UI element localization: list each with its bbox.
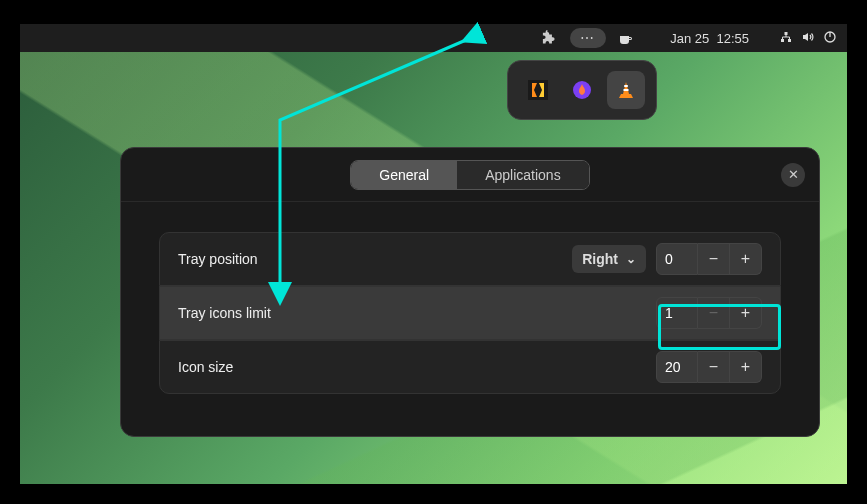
svg-rect-7 <box>624 85 628 87</box>
row-tray-position: Tray position Right ⌄ − + <box>159 232 781 286</box>
icon-size-label: Icon size <box>178 359 656 375</box>
extension-settings-window: General Applications ✕ Tray position Rig… <box>120 147 820 437</box>
volume-icon <box>801 30 815 47</box>
network-icon <box>779 30 793 47</box>
decrement-button[interactable]: − <box>698 297 730 329</box>
tray-overflow-popup <box>507 60 657 120</box>
tray-position-input[interactable] <box>656 243 698 275</box>
tray-icons-limit-label: Tray icons limit <box>178 305 656 321</box>
svg-rect-1 <box>788 39 791 42</box>
svg-rect-5 <box>528 80 548 100</box>
icon-size-input[interactable] <box>656 351 698 383</box>
decrement-button[interactable]: − <box>698 243 730 275</box>
system-status-area[interactable] <box>779 30 837 47</box>
extensions-icon[interactable] <box>542 30 558 46</box>
svg-rect-2 <box>785 32 788 35</box>
tab-applications[interactable]: Applications <box>457 161 589 189</box>
decrement-button[interactable]: − <box>698 351 730 383</box>
tab-switcher: General Applications <box>350 160 589 190</box>
power-icon <box>823 30 837 47</box>
tray-position-stepper: − + <box>656 243 762 275</box>
increment-button[interactable]: + <box>730 297 762 329</box>
tab-general[interactable]: General <box>351 161 457 189</box>
time-label: 12:55 <box>716 31 749 46</box>
close-button[interactable]: ✕ <box>781 163 805 187</box>
tray-item-app2[interactable] <box>563 71 601 109</box>
row-tray-icons-limit: Tray icons limit − + <box>159 286 781 340</box>
tray-icons-limit-input[interactable] <box>656 297 698 329</box>
row-icon-size: Icon size − + <box>159 340 781 394</box>
increment-button[interactable]: + <box>730 351 762 383</box>
icon-size-stepper: − + <box>656 351 762 383</box>
tray-position-label: Tray position <box>178 251 572 267</box>
window-header: General Applications ✕ <box>121 148 819 202</box>
top-panel: ⋯ Jan 25 12:55 <box>20 24 847 52</box>
tray-overflow-button[interactable]: ⋯ <box>570 28 606 48</box>
date-label: Jan 25 <box>670 31 709 46</box>
svg-rect-0 <box>781 39 784 42</box>
caffeine-icon[interactable] <box>618 30 634 46</box>
svg-rect-8 <box>624 89 629 91</box>
clock[interactable]: Jan 25 12:55 <box>670 31 749 46</box>
chevron-down-icon: ⌄ <box>626 252 636 266</box>
tray-item-vlc[interactable] <box>607 71 645 109</box>
increment-button[interactable]: + <box>730 243 762 275</box>
tray-icons-limit-stepper: − + <box>656 297 762 329</box>
tray-item-app1[interactable] <box>519 71 557 109</box>
dropdown-value: Right <box>582 251 618 267</box>
tray-position-dropdown[interactable]: Right ⌄ <box>572 245 646 273</box>
